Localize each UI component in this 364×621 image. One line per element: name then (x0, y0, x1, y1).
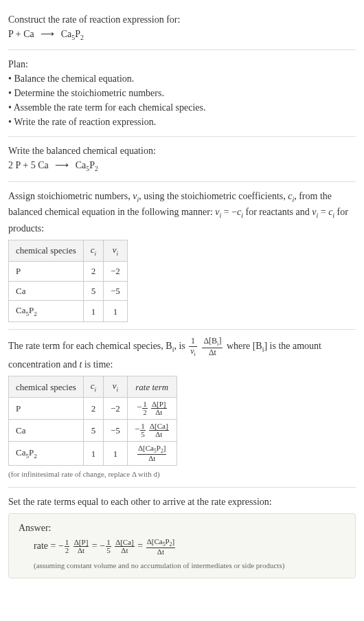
col-ci: ci (83, 240, 103, 261)
balanced-equation: 2 P + 5 Ca ⟶ Ca5P2 (8, 158, 356, 174)
stoich-text: Assign stoichiometric numbers, νi, using… (8, 189, 356, 236)
reactant-ca: Ca (23, 29, 34, 39)
rateterm-section: The rate term for each chemical species,… (8, 330, 356, 487)
table-row: Ca5P2 1 1 Δ[Ca5P2]Δt (9, 442, 177, 466)
plan-item: Balance the chemical equation. (8, 71, 356, 86)
plan-section: Plan: Balance the chemical equation. Det… (8, 50, 356, 137)
stoich-table: chemical species ci νi P 2 −2 Ca 5 −5 Ca… (8, 240, 128, 322)
table-row: Ca 5 −5 −15 Δ[Ca]Δt (9, 420, 177, 442)
rateterm-text: The rate term for each chemical species,… (8, 337, 356, 372)
rateterm-table: chemical species ci νi rate term P 2 −2 … (8, 376, 177, 466)
plan-heading: Plan: (8, 57, 356, 71)
stoich-section: Assign stoichiometric numbers, νi, using… (8, 182, 356, 330)
answer-label: Answer: (19, 521, 345, 535)
col-species: chemical species (9, 240, 84, 261)
plan-item: Write the rate of reaction expression. (8, 115, 356, 129)
conclusion-section: Set the rate terms equal to each other t… (8, 488, 356, 585)
product-ca5p2: Ca5P2 (61, 29, 84, 39)
arrow-icon: ⟶ (55, 158, 69, 172)
plan-item: Determine the stoichiometric numbers. (8, 86, 356, 100)
plan-list: Balance the chemical equation. Determine… (8, 71, 356, 129)
conclusion-text: Set the rate terms equal to each other t… (8, 495, 356, 509)
answer-box: Answer: rate = −12 Δ[P]Δt = −15 Δ[Ca]Δt … (8, 513, 356, 578)
plan-item: Assemble the rate term for each chemical… (8, 100, 356, 115)
balanced-heading: Write the balanced chemical equation: (8, 144, 356, 158)
arrow-icon: ⟶ (41, 27, 54, 41)
unbalanced-equation: P + Ca ⟶ Ca5P2 (8, 27, 356, 43)
table-row: Ca 5 −5 (9, 281, 128, 301)
answer-note: (assuming constant volume and no accumul… (19, 560, 345, 572)
col-nui: νi (104, 376, 128, 398)
answer-expression: rate = −12 Δ[P]Δt = −15 Δ[Ca]Δt = Δ[Ca5P… (19, 538, 345, 556)
prompt-intro: Construct the rate of reaction expressio… (8, 12, 356, 27)
col-nui: νi (104, 240, 128, 261)
table-row: P 2 −2 (9, 262, 128, 282)
balanced-section: Write the balanced chemical equation: 2 … (8, 137, 356, 181)
fraction: 1νi (189, 337, 197, 357)
col-species: chemical species (9, 376, 84, 398)
prompt-section: Construct the rate of reaction expressio… (8, 5, 356, 50)
col-ci: ci (83, 376, 103, 398)
col-rate: rate term (127, 376, 177, 398)
fraction: Δ[Bi]Δt (202, 337, 223, 357)
table-row: Ca5P2 1 1 (9, 301, 128, 322)
rate-note: (for infinitesimal rate of change, repla… (8, 468, 356, 480)
table-row: P 2 −2 −12 Δ[P]Δt (9, 398, 177, 420)
